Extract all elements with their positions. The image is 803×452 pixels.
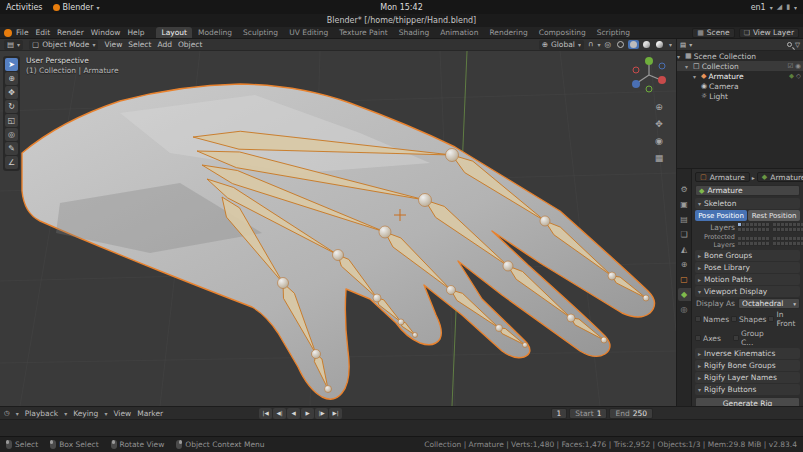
zoom-icon[interactable]: ⊕ [653,101,665,113]
tool-annotate[interactable]: ✎ [5,142,18,155]
menu-select[interactable]: Select [128,40,151,49]
tool-scale[interactable]: ◱ [5,114,18,127]
blender-menu-icon[interactable] [4,29,12,37]
tab-view-layer[interactable]: ❏ [678,228,691,241]
tab-sculpting[interactable]: Sculpting [238,27,283,38]
system-tray[interactable]: en1 ▾ ◢ ▮ ▾ [751,3,797,12]
tab-uv-editing[interactable]: UV Editing [284,27,333,38]
snap-dropdown[interactable]: ▾ [597,41,600,48]
filter-icon[interactable]: ▽ [795,41,800,49]
menu-help[interactable]: Help [127,28,144,37]
tab-modeling[interactable]: Modeling [193,27,237,38]
tool-transform[interactable]: ◎ [5,128,18,141]
outliner-row-collection[interactable]: ▾ □ Collection ☑◉ [677,61,803,71]
tool-move[interactable]: ✥ [5,86,18,99]
editor-type-button[interactable]: ▤▾ [4,40,23,50]
tab-object-data[interactable]: ◆ [678,288,691,301]
menu-keying[interactable]: Keying [73,409,98,418]
axis-z-ball[interactable] [632,80,640,88]
tab-tool[interactable]: ⚙ [678,183,691,196]
armature-name-field[interactable]: ◆ Armature [695,185,800,196]
axis-y-neg-ball[interactable] [646,86,652,92]
camera-view-icon[interactable]: ◉ [653,135,665,147]
outliner-row-scene-collection[interactable]: ▾ ▦ Scene Collection [677,51,803,61]
tab-world[interactable]: ⊕ [678,258,691,271]
menu-window[interactable]: Window [91,28,121,37]
tab-rendering[interactable]: Rendering [484,27,532,38]
panel-rigify-bone-groups[interactable]: ▸Rigify Bone Groups [695,360,800,371]
menu-view[interactable]: View [104,40,122,49]
layers-grid[interactable] [738,223,803,232]
panel-skeleton[interactable]: ▾ Skeleton [695,198,800,209]
tool-measure[interactable]: ∠ [5,156,18,169]
keyboard-layout-indicator[interactable]: en1 [751,3,766,12]
tool-select-box[interactable]: ➤ [5,58,18,71]
shading-wireframe-button[interactable] [615,40,626,49]
axes-checkbox[interactable]: Axes [695,329,731,347]
activities-button[interactable]: Activities [6,3,43,12]
viewport-3d-scene[interactable] [0,51,676,406]
panel-rigify-layer-names[interactable]: ▸Rigify Layer Names [695,372,800,383]
panel-motion-paths[interactable]: ▸Motion Paths [695,274,800,285]
proportional-editing-icon[interactable]: ◎ [604,40,611,49]
tool-rotate[interactable]: ↻ [5,100,18,113]
shapes-checkbox[interactable]: Shapes [731,310,766,328]
panel-bone-groups[interactable]: ▸Bone Groups [695,250,800,261]
menu-view[interactable]: View [113,409,131,418]
outliner-row-light[interactable]: ☼ Light [677,91,803,101]
tab-physics[interactable]: ◎ [678,303,691,316]
checkbox-icon[interactable]: ☑ [788,62,794,70]
expand-arrow-icon[interactable]: ▾ [685,63,691,70]
jump-to-start-button[interactable]: |◀ [259,408,272,419]
timeline-strip[interactable] [0,420,803,436]
frame-start-field[interactable]: Start1 [569,408,607,419]
jump-to-end-button[interactable]: ▶| [329,408,342,419]
shading-material-button[interactable] [641,40,652,49]
protected-layers-grid[interactable] [738,237,803,246]
play-reverse-button[interactable]: ◀ [287,408,300,419]
generate-rig-button[interactable]: Generate Rig [695,397,800,406]
shading-rendered-button[interactable] [654,40,665,49]
transform-orientation-selector[interactable]: ⊕ Global ▾ [539,40,584,50]
viewport-3d[interactable]: ▤▾ ▢ Object Mode ▾ View Select Add Objec… [0,39,676,406]
navigation-gizmo[interactable] [628,54,670,98]
tab-texture-paint[interactable]: Texture Paint [334,27,392,38]
axis-y-ball[interactable] [645,57,653,65]
menu-render[interactable]: Render [57,28,84,37]
shading-solid-button[interactable] [628,40,639,49]
expand-arrow-icon[interactable]: ▾ [677,53,683,60]
menu-marker[interactable]: Marker [137,409,163,418]
mode-selector[interactable]: ▢ Object Mode ▾ [29,40,98,50]
tab-animation[interactable]: Animation [435,27,483,38]
axis-x-ball[interactable] [658,76,666,84]
in-front-checkbox[interactable]: In Front [768,310,800,328]
outliner-editor-icon[interactable]: ▤ [680,41,686,49]
display-as-dropdown[interactable]: Octahedral ▾ [738,298,800,309]
tab-shading[interactable]: Shading [394,27,434,38]
rest-position-button[interactable]: Rest Position [748,210,800,221]
perspective-toggle-icon[interactable]: ▦ [653,152,665,164]
menu-file[interactable]: File [16,28,29,37]
render-visibility-icon[interactable]: ◉ [795,62,801,70]
panel-inverse-kinematics[interactable]: ▸Inverse Kinematics [695,348,800,359]
panel-rigify-buttons[interactable]: ▾Rigify Buttons [695,384,800,395]
names-checkbox[interactable]: Names [695,310,729,328]
tab-scene[interactable]: ◭ [678,243,691,256]
axis-z-neg-ball[interactable] [659,63,665,69]
outliner-row-armature[interactable]: ▾ ◆ Armature ◆◇ [677,71,803,81]
window-titlebar[interactable]: Blender* [/home/thipper/Hand.blend] [0,14,803,27]
breadcrumb-object[interactable]: ▢ Armature [695,172,750,182]
panel-viewport-display[interactable]: ▾Viewport Display [695,286,800,297]
tab-layout[interactable]: Layout [156,27,192,38]
menu-add[interactable]: Add [157,40,172,49]
outliner-row-camera[interactable]: ◉ Camera [677,81,803,91]
app-menu-button[interactable]: Blender ▾ [53,3,100,12]
tab-object[interactable]: ▢ [678,273,691,286]
clock[interactable]: Mon 15:42 [0,3,803,12]
shading-dropdown[interactable]: ▾ [669,41,672,48]
tool-cursor[interactable]: ⊕ [5,72,18,85]
tab-output[interactable]: ▤ [678,213,691,226]
menu-object[interactable]: Object [178,40,202,49]
tab-scripting[interactable]: Scripting [592,27,635,38]
current-frame-field[interactable]: 1 [551,408,568,419]
